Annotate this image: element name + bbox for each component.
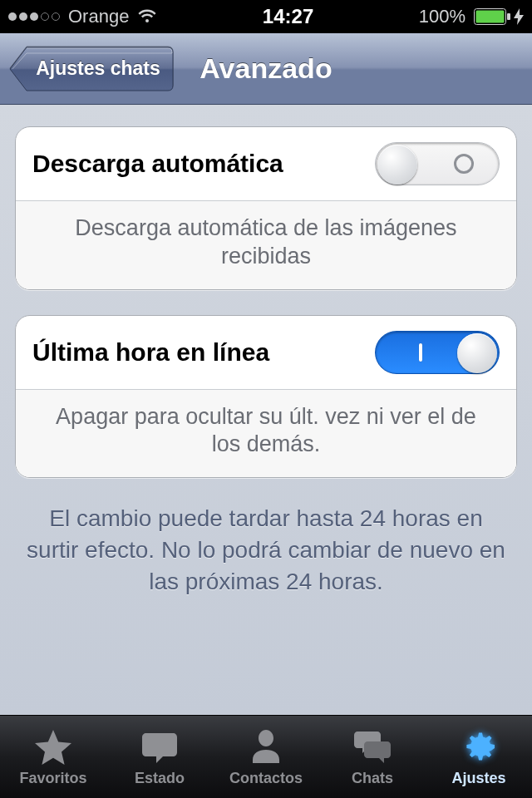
group-auto-download: Descarga automática Descarga automática …: [15, 126, 517, 290]
back-button[interactable]: Ajustes chats: [8, 46, 175, 92]
tab-label: Estado: [135, 770, 185, 787]
clock: 14:27: [157, 5, 418, 28]
back-button-label: Ajustes chats: [30, 46, 166, 92]
last-seen-toggle[interactable]: [375, 331, 500, 374]
wifi-icon: [137, 7, 157, 27]
tab-chats[interactable]: Chats: [319, 716, 426, 798]
quote-icon: [140, 727, 180, 766]
chats-icon: [352, 727, 392, 766]
nav-header: Ajustes chats Avanzado: [0, 33, 532, 105]
toggle-on-icon: [419, 343, 422, 362]
tab-status[interactable]: Estado: [106, 716, 213, 798]
carrier-label: Orange: [68, 6, 129, 27]
content: Descarga automática Descarga automática …: [0, 105, 532, 715]
signal-strength-icon: [8, 12, 60, 21]
auto-download-toggle[interactable]: [375, 142, 500, 185]
last-seen-desc: Apagar para ocultar su últ. vez ni ver e…: [16, 390, 516, 478]
tab-contacts[interactable]: Contactos: [213, 716, 319, 798]
group-last-seen: Última hora en línea Apagar para ocultar…: [15, 315, 517, 479]
toggle-off-icon: [454, 154, 474, 174]
tab-label: Favoritos: [19, 770, 86, 787]
star-icon: [33, 727, 73, 766]
tab-settings[interactable]: Ajustes: [426, 716, 532, 798]
status-right: 100%: [419, 6, 524, 27]
toggle-knob: [457, 333, 497, 373]
gear-icon: [459, 727, 499, 766]
tab-label: Contactos: [229, 770, 303, 787]
row-last-seen: Última hora en línea: [16, 316, 516, 390]
person-icon: [246, 727, 286, 766]
row-auto-download: Descarga automática: [16, 127, 516, 201]
charging-icon: [514, 8, 524, 25]
tab-favorites[interactable]: Favoritos: [0, 716, 106, 798]
auto-download-label: Descarga automática: [32, 150, 375, 178]
status-bar: Orange 14:27 100%: [0, 0, 532, 33]
footer-note: El cambio puede tardar hasta 24 horas en…: [15, 503, 517, 597]
battery-icon: [474, 8, 524, 25]
tab-bar: Favoritos Estado Contactos Chats Ajustes: [0, 715, 532, 798]
auto-download-desc: Descarga automática de las imágenes reci…: [16, 201, 516, 289]
svg-rect-2: [507, 13, 510, 20]
last-seen-label: Última hora en línea: [32, 338, 375, 367]
toggle-knob: [377, 145, 417, 185]
svg-rect-1: [476, 11, 505, 23]
status-left: Orange: [8, 6, 157, 27]
tab-label: Ajustes: [451, 770, 505, 787]
battery-percent: 100%: [419, 6, 466, 27]
tab-label: Chats: [352, 770, 393, 787]
